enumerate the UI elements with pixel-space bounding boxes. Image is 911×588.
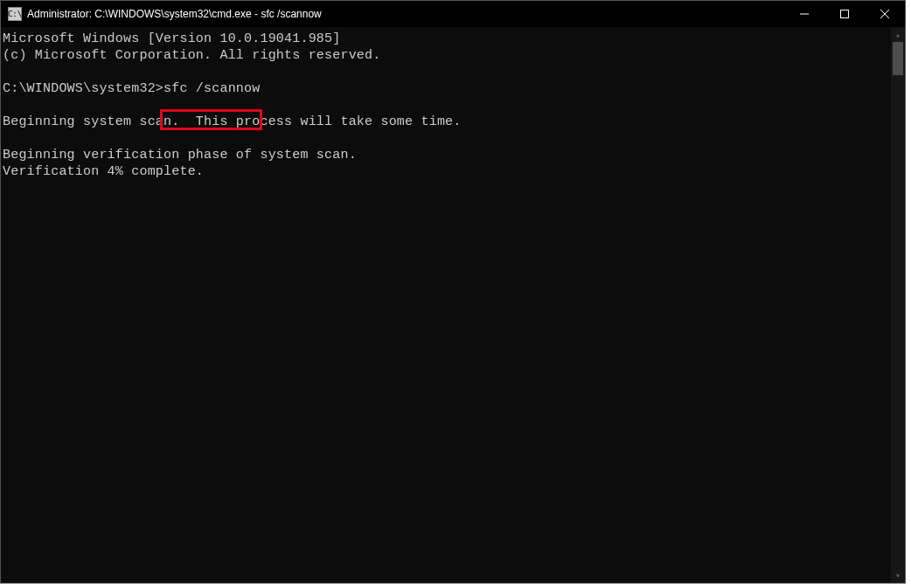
console-line: Beginning verification phase of system s… <box>3 148 357 163</box>
titlebar[interactable]: C:\ Administrator: C:\WINDOWS\system32\c… <box>1 1 905 27</box>
console-line: (c) Microsoft Corporation. All rights re… <box>3 48 380 63</box>
scroll-down-arrow-icon[interactable]: ▾ <box>891 568 905 583</box>
prompt-command: sfc /scannow <box>163 81 260 96</box>
maximize-button[interactable] <box>824 1 865 27</box>
window-title: Administrator: C:\WINDOWS\system32\cmd.e… <box>27 8 784 20</box>
console-line: Beginning system scan. This process will… <box>3 114 461 129</box>
cmd-window: C:\ Administrator: C:\WINDOWS\system32\c… <box>0 0 906 584</box>
minimize-button[interactable] <box>784 1 824 27</box>
client-area: Microsoft Windows [Version 10.0.19041.98… <box>1 27 905 583</box>
console-line: Verification 4% complete. <box>3 164 204 179</box>
window-controls <box>784 1 905 27</box>
console-output[interactable]: Microsoft Windows [Version 10.0.19041.98… <box>1 27 891 583</box>
close-button[interactable] <box>865 1 905 27</box>
vertical-scrollbar[interactable]: ▴ ▾ <box>891 27 905 583</box>
prompt-prefix: C:\WINDOWS\system32> <box>3 81 163 96</box>
cmd-icon: C:\ <box>8 7 22 21</box>
svg-rect-0 <box>841 10 849 18</box>
scroll-up-arrow-icon[interactable]: ▴ <box>891 27 905 42</box>
console-line: Microsoft Windows [Version 10.0.19041.98… <box>3 31 340 46</box>
scroll-thumb[interactable] <box>893 42 903 75</box>
